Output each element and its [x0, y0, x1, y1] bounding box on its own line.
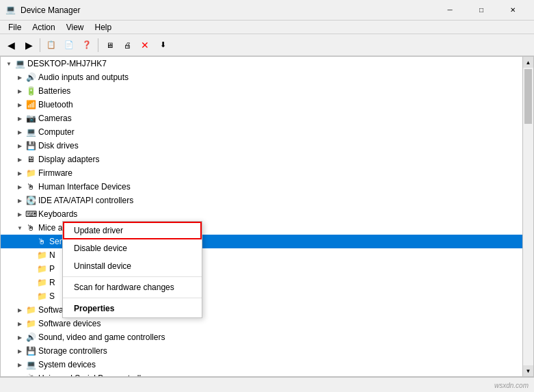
toolbar-monitor[interactable]: 🖥 [101, 37, 118, 53]
menu-item-action[interactable]: Action [27, 21, 60, 34]
tree-expand-icon: ▶ [14, 113, 25, 124]
scroll-up-btn[interactable]: ▲ [523, 57, 533, 68]
context-menu-item-properties[interactable]: Properties [63, 300, 202, 317]
tree-expand-icon: ▶ [14, 359, 25, 370]
close-button[interactable]: ✕ [497, 0, 529, 21]
tree-item[interactable]: ▶💻System devices [1, 358, 522, 371]
tree-scroll[interactable]: ▼ 💻 DESKTOP-MHJ7HK7 ▶🔊Audio inputs and o… [1, 57, 522, 376]
tree-item-label: Sound, video and game controllers [38, 332, 165, 342]
tree-item-icon: 💾 [25, 140, 36, 151]
context-menu-separator [63, 298, 202, 298]
tree-expand-icon: ▶ [14, 181, 25, 192]
watermark: wsxdn.com [494, 382, 529, 389]
tree-item-icon: 📁 [25, 318, 36, 329]
tree-item-label: Disk drives [38, 141, 79, 151]
tree-expand-icon [25, 250, 36, 261]
tree-item[interactable]: ▶📶Bluetooth [1, 98, 522, 112]
tree-item-icon: 📁 [36, 277, 47, 288]
tree-item-label: Batteries [38, 86, 70, 96]
tree-item[interactable]: ▶💻Computer [1, 125, 522, 139]
main-area: ▼ 💻 DESKTOP-MHJ7HK7 ▶🔊Audio inputs and o… [0, 56, 534, 377]
tree-item[interactable]: ▶🖥Display adapters [1, 153, 522, 166]
tree-expand-icon: ▶ [14, 345, 25, 356]
toolbar-properties[interactable]: 📋 [43, 37, 59, 53]
context-menu-item-scan-for-hardware-changes[interactable]: Scan for hardware changes [63, 278, 202, 296]
tree-item[interactable]: ▶🖱Human Interface Devices [1, 180, 522, 194]
context-menu-item-update-driver[interactable]: Update driver [63, 222, 202, 239]
tree-item-icon: 💻 [25, 359, 36, 370]
toolbar-print[interactable]: 🖨 [119, 37, 135, 53]
tree-item-icon: 📷 [25, 113, 36, 124]
scroll-thumb[interactable] [524, 69, 532, 124]
root-expand-icon: ▼ [3, 58, 14, 69]
tree-expand-icon: ▶ [14, 373, 25, 376]
root-computer-icon: 💻 [14, 58, 25, 69]
tree-item-icon: 🖱 [36, 236, 47, 247]
tree-item[interactable]: ▶💽IDE ATA/ATAPI controllers [1, 194, 522, 207]
tree-item-icon: ⌨ [25, 209, 36, 220]
tree-expand-icon: ▶ [14, 127, 25, 138]
context-menu-item-disable-device[interactable]: Disable device [63, 239, 202, 257]
toolbar-help[interactable]: ❓ [79, 37, 95, 53]
minimize-button[interactable]: ─ [434, 0, 466, 21]
toolbar-update-driver[interactable]: 📄 [61, 37, 77, 53]
tree-expand-icon: ▶ [14, 304, 25, 315]
tree-item-label: Bluetooth [38, 100, 73, 109]
tree-item-label: IDE ATA/ATAPI controllers [38, 196, 133, 205]
toolbar-sep-2 [98, 38, 98, 52]
maximize-button[interactable]: □ [466, 0, 497, 21]
tree-expand-icon: ▶ [14, 86, 25, 96]
status-bar [0, 377, 534, 392]
scroll-down-btn[interactable]: ▼ [523, 365, 533, 376]
menu-item-file[interactable]: File [3, 21, 27, 34]
toolbar-back[interactable]: ◀ [3, 37, 19, 53]
tree-item-label: System devices [38, 360, 96, 369]
tree-item-icon: 📁 [25, 304, 36, 315]
tree-expand-icon: ▶ [14, 332, 25, 343]
tree-item-label: Software devices [38, 319, 101, 328]
tree-expand-icon [25, 277, 36, 288]
context-menu-separator [63, 276, 202, 277]
tree-item[interactable]: ▶💾Disk drives [1, 139, 522, 153]
toolbar-forward[interactable]: ▶ [21, 37, 37, 53]
tree-item[interactable]: ▶🔌Universal Serial Bus controllers [1, 371, 522, 376]
tree-item[interactable]: ▶📁Software devices [1, 317, 522, 330]
tree-item-label: Keyboards [38, 209, 77, 219]
tree-item-label: Storage controllers [38, 346, 107, 356]
tree-item-label: Cameras [38, 114, 72, 123]
window-title: Device Manager [21, 5, 434, 15]
tree-item[interactable]: ▶📁Firmware [1, 166, 522, 180]
tree-root[interactable]: ▼ 💻 DESKTOP-MHJ7HK7 [1, 57, 522, 70]
tree-item[interactable]: ▶💾Storage controllers [1, 344, 522, 358]
tree-item-icon: 📁 [36, 250, 47, 261]
tree-expand-icon: ▶ [14, 154, 25, 165]
tree-item-icon: 🖥 [25, 154, 36, 165]
tree-item[interactable]: ▶🔊Audio inputs and outputs [1, 70, 522, 84]
context-menu-item-uninstall-device[interactable]: Uninstall device [63, 257, 202, 275]
tree-item-icon: 🖱 [25, 181, 36, 192]
scrollbar[interactable]: ▲ ▼ [522, 57, 533, 376]
tree-item-icon: 💽 [25, 195, 36, 206]
toolbar-uninstall[interactable]: ✕ [137, 37, 153, 53]
tree-expand-icon: ▶ [14, 195, 25, 206]
tree-item[interactable]: ▶⌨Keyboards [1, 207, 522, 221]
menu-item-help[interactable]: Help [90, 21, 118, 34]
tree-item-label: Universal Serial Bus controllers [38, 374, 152, 376]
tree-expand-icon: ▶ [14, 99, 25, 110]
tree-item-label: P [49, 264, 55, 274]
window-controls: ─ □ ✕ [434, 0, 529, 21]
toolbar-scan[interactable]: ⬇ [155, 37, 171, 53]
tree-item-icon: 🔌 [25, 373, 36, 376]
tree-item-label: Audio inputs and outputs [38, 73, 129, 82]
tree-item-icon: 💾 [25, 345, 36, 356]
tree-item[interactable]: ▶🔊Sound, video and game controllers [1, 330, 522, 344]
tree-item[interactable]: ▶📷Cameras [1, 112, 522, 125]
tree-item-icon: 📶 [25, 99, 36, 110]
tree-item[interactable]: ▶🔋Batteries [1, 84, 522, 98]
tree-item-label: Computer [38, 127, 75, 137]
tree-item-label: Display adapters [38, 155, 99, 164]
menu-item-view[interactable]: View [61, 21, 90, 34]
tree-item-icon: 📁 [36, 291, 47, 302]
tree-expand-icon [25, 236, 36, 247]
tree-item-label: R [49, 278, 55, 287]
